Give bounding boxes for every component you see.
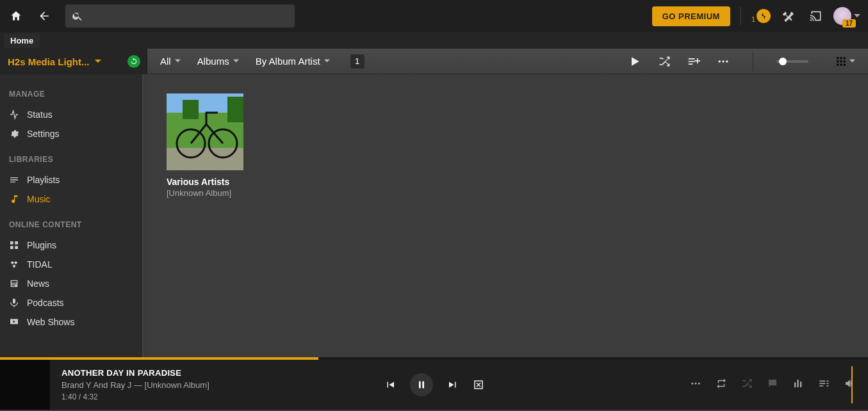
svg-rect-6 — [837, 60, 839, 62]
player-right-controls — [690, 378, 855, 392]
sync-icon — [130, 58, 138, 65]
sidebar-item-podcasts[interactable]: Podcasts — [0, 293, 142, 312]
svg-rect-30 — [800, 382, 801, 387]
filter-bar: All Albums By Album Artist 1 — [147, 49, 868, 74]
svg-rect-5 — [844, 57, 846, 59]
sidebar-item-news[interactable]: News — [0, 274, 142, 293]
player-more-button[interactable] — [690, 378, 701, 392]
equalizer-button[interactable] — [792, 378, 804, 392]
plugins-icon — [9, 240, 19, 250]
svg-point-27 — [698, 383, 700, 385]
svg-rect-29 — [798, 380, 799, 387]
player-controls — [384, 373, 484, 396]
sidebar-header-online: ONLINE CONTENT — [0, 216, 142, 236]
track-subtitle[interactable]: Brand Y And Ray J — [Unknown Album] — [61, 380, 209, 390]
sidebar-item-music[interactable]: Music — [0, 189, 142, 209]
content-grid: Various Artists [Unknown Album] — [147, 74, 868, 357]
news-icon — [9, 278, 19, 289]
svg-point-2 — [726, 60, 728, 62]
filter-type[interactable]: Albums — [197, 56, 239, 67]
chevron-down-icon — [95, 58, 101, 65]
top-bar: GO PREMIUM 1 17 — [0, 0, 868, 32]
svg-rect-28 — [794, 383, 796, 388]
tidal-icon — [9, 259, 19, 270]
svg-rect-10 — [840, 63, 842, 65]
sidebar-item-webshows[interactable]: Web Shows — [0, 312, 142, 332]
gear-icon — [9, 129, 19, 139]
repeat-icon — [716, 378, 727, 389]
sidebar-item-playlists[interactable]: Playlists — [0, 170, 142, 189]
lyrics-button[interactable] — [767, 378, 778, 392]
album-card[interactable]: Various Artists [Unknown Album] — [167, 93, 243, 198]
activity-indicator[interactable]: 1 — [751, 9, 771, 23]
home-button[interactable] — [5, 5, 27, 27]
sidebar-item-label: News — [27, 278, 49, 289]
svg-rect-21 — [183, 100, 199, 119]
album-artist: Various Artists — [167, 177, 243, 187]
view-mode-button[interactable] — [835, 56, 855, 67]
account-menu[interactable]: 17 — [833, 7, 860, 25]
sidebar-item-label: Status — [27, 109, 53, 120]
search-icon — [72, 10, 83, 22]
track-title[interactable]: ANOTHER DAY IN PARADISE — [61, 368, 209, 378]
cast-icon — [810, 10, 823, 22]
prev-track-button[interactable] — [384, 379, 396, 391]
sidebar-item-settings[interactable]: Settings — [0, 124, 142, 143]
queue-button[interactable] — [818, 378, 830, 392]
chevron-down-icon — [849, 58, 855, 64]
album-art[interactable] — [167, 93, 243, 170]
track-artist: Brand Y And Ray J — [61, 380, 131, 390]
sidebar-item-tidal[interactable]: TIDAL — [0, 255, 142, 274]
album-name: [Unknown Album] — [167, 188, 243, 198]
grid-icon — [835, 56, 847, 67]
next-track-button[interactable] — [447, 379, 459, 391]
svg-point-0 — [719, 60, 721, 62]
now-playing-art[interactable] — [0, 360, 50, 410]
filter-all-label: All — [160, 56, 171, 67]
repeat-button[interactable] — [716, 378, 727, 392]
library-selector[interactable]: H2s Media Light... — [0, 49, 147, 74]
shuffle-button[interactable] — [658, 55, 671, 68]
sidebar-header-libraries: LIBRARIES — [0, 151, 142, 170]
activity-count: 1 — [751, 15, 755, 23]
back-button[interactable] — [33, 5, 55, 27]
svg-rect-11 — [844, 63, 846, 65]
track-time: 1:40 / 4:32 — [61, 392, 209, 401]
svg-rect-12 — [10, 241, 13, 245]
queue-icon — [818, 378, 830, 389]
pause-button[interactable] — [410, 373, 433, 396]
shuffle-button[interactable] — [741, 378, 753, 392]
pause-icon — [416, 380, 427, 390]
sidebar-item-label: TIDAL — [27, 259, 53, 270]
breadcrumb-home[interactable]: Home — [4, 33, 40, 48]
svg-rect-14 — [10, 246, 13, 249]
add-to-queue-button[interactable] — [687, 55, 700, 68]
divider — [741, 7, 741, 25]
svg-rect-23 — [419, 382, 421, 389]
playlist-icon — [9, 175, 19, 185]
filter-type-label: Albums — [197, 56, 229, 67]
search-input[interactable] — [88, 11, 288, 21]
filter-all[interactable]: All — [160, 56, 181, 67]
filter-sort[interactable]: By Album Artist — [256, 56, 330, 67]
volume-button[interactable] — [844, 378, 855, 392]
cast-button[interactable] — [805, 5, 827, 27]
search-box[interactable] — [65, 4, 295, 28]
filter-sort-label: By Album Artist — [256, 56, 320, 67]
zoom-knob[interactable] — [779, 58, 787, 65]
sync-button[interactable] — [127, 55, 140, 68]
sidebar-item-plugins[interactable]: Plugins — [0, 236, 142, 255]
breadcrumb-bar: Home — [0, 32, 868, 49]
stop-button[interactable] — [473, 379, 484, 391]
svg-rect-8 — [844, 60, 846, 62]
more-button[interactable] — [717, 55, 730, 68]
shuffle-icon — [741, 378, 753, 389]
volume-icon — [844, 378, 855, 389]
wrench-icon — [782, 10, 794, 22]
tools-button[interactable] — [777, 5, 799, 27]
zoom-slider[interactable] — [776, 60, 808, 63]
track-separator: — — [131, 380, 144, 390]
sidebar-item-status[interactable]: Status — [0, 105, 142, 124]
play-all-button[interactable] — [628, 55, 641, 68]
go-premium-button[interactable]: GO PREMIUM — [652, 6, 730, 26]
